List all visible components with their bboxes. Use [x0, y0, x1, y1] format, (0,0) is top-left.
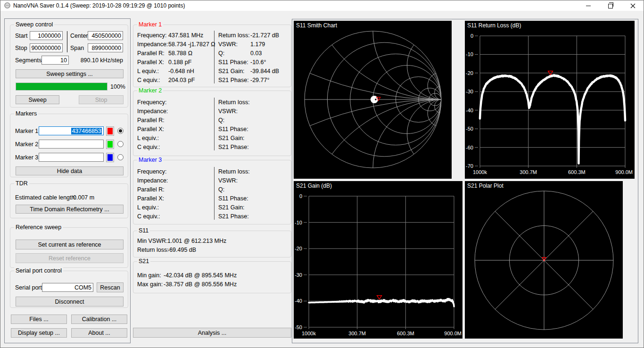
marker2-left-column: Frequency: Impedance: Parallel R: Parall… [137, 98, 213, 152]
field-value: -38.757 dB @ 805.556 MHz [164, 280, 237, 289]
svg-text:300.7M: 300.7M [348, 331, 366, 336]
field-row: Q: [218, 185, 289, 194]
svg-text:-20: -20 [295, 246, 302, 251]
field-row: S21 Phase: [218, 212, 289, 221]
field-row: Frequency: [137, 98, 213, 107]
field-row: Return loss: [218, 98, 289, 107]
column-divider [67, 31, 67, 52]
svg-text:-40: -40 [466, 108, 473, 113]
center-input[interactable]: 450500000 [88, 31, 123, 40]
field-value: 0.188 pF [168, 58, 191, 67]
s21-gain-chart[interactable]: 0-10-20-30-40-501000k300.7M600.3M900.0M … [294, 181, 462, 339]
marker1-left-column: Frequency:437.581 MHz Impedance:58.734 -… [137, 31, 213, 85]
field-row: Return loss: [218, 167, 289, 176]
field-row: S21 Gain: [218, 203, 289, 212]
s11-smith-chart[interactable]: S11 Smith Chart [294, 21, 452, 179]
marker3-frequency-input[interactable] [39, 153, 104, 162]
marker2-color-button[interactable] [106, 140, 114, 149]
group-title: Serial port control [14, 267, 63, 274]
field-row: Parallel R: [137, 116, 213, 125]
field-row: VSWR: [218, 176, 289, 185]
marker1-data-group: Marker 1 Frequency:437.581 MHz Impedance… [133, 25, 291, 87]
rescan-button[interactable]: Rescan [97, 282, 124, 292]
marker3-radio[interactable] [117, 154, 124, 160]
maximize-restore-button[interactable] [599, 0, 621, 11]
field-row: Impedance:58.734 -j1.7827 Ω [137, 40, 213, 49]
files-button[interactable]: Files ... [11, 315, 67, 324]
s11-summary-title: S11 [137, 227, 150, 234]
marker1-color-button[interactable] [106, 126, 114, 136]
svg-text:300.7M: 300.7M [520, 169, 537, 175]
marker1-color-swatch [107, 128, 113, 134]
gain-canvas: 0-10-20-30-40-501000k300.7M600.3M900.0M [294, 181, 462, 339]
hide-data-button[interactable]: Hide data [16, 166, 124, 175]
svg-text:900.0M: 900.0M [615, 169, 633, 175]
field-row: Parallel R:58.788 Ω [137, 49, 213, 58]
s21-summary-group: S21 Min gain:-42.034 dB @ 895.545 MHz Ma… [133, 261, 291, 293]
reset-reference-button[interactable]: Reset reference [16, 253, 124, 263]
field-value: -10.6° [250, 58, 266, 67]
svg-text:600.3M: 600.3M [568, 169, 586, 175]
field-row: Parallel X: [137, 125, 213, 134]
disconnect-button[interactable]: Disconnect [16, 297, 124, 307]
display-setup-button[interactable]: Display setup ... [11, 328, 67, 338]
field-row: Parallel X:0.188 pF [137, 58, 213, 67]
chart-title: S21 Gain (dB) [296, 182, 332, 189]
svg-text:-30: -30 [295, 272, 302, 278]
marker1-frequency-input[interactable]: 437466853 [39, 126, 104, 135]
svg-text:0: 0 [471, 33, 473, 39]
svg-text:-70: -70 [466, 163, 473, 169]
field-row: Q: [218, 116, 289, 125]
span-label: Span [70, 45, 84, 51]
field-row: Return loss:-21.727 dB [218, 31, 289, 40]
marker1-radio[interactable] [117, 128, 124, 134]
marker3-color-button[interactable] [106, 153, 114, 162]
stop-input[interactable]: 900000000 [30, 43, 63, 52]
marker2-data-title: Marker 2 [137, 87, 163, 94]
field-value: 204.03 pF [168, 76, 195, 85]
s11-return-loss-chart[interactable]: 0-10-20-30-40-50-60-701000k300.7M600.3M9… [465, 21, 635, 179]
about-button[interactable]: About ... [71, 328, 127, 338]
group-title: Markers [14, 110, 38, 117]
restore-icon [608, 4, 613, 8]
minimize-icon [586, 6, 591, 6]
field-row: C equiv.:204.03 pF [137, 76, 213, 85]
start-input[interactable]: 1000000 [30, 31, 63, 40]
analysis-button[interactable]: Analysis ... [133, 328, 291, 338]
minimize-button[interactable] [577, 0, 599, 11]
s11-summary-group: S11 Min VSWR:1.001 @ 612.213 MHz Return … [133, 231, 291, 257]
stop-button[interactable]: Stop [79, 95, 124, 104]
cable-length-label: Estimated cable length: [15, 194, 76, 201]
marker3-label: Marker 3 [15, 154, 38, 161]
field-value: -21.727 dB [250, 31, 279, 40]
field-row: VSWR:1.179 [218, 40, 289, 49]
chart-title: S11 Smith Chart [296, 22, 337, 29]
field-row: C equiv.: [137, 143, 213, 152]
field-row: Q:0.03 [218, 49, 289, 58]
sweep-settings-button[interactable]: Sweep settings ... [16, 69, 124, 78]
span-input[interactable]: 899000000 [88, 43, 123, 52]
serial-port-input[interactable]: COM5 [42, 283, 93, 292]
field-row: Min VSWR:1.001 @ 612.213 MHz [137, 237, 288, 246]
tdr-button[interactable]: Time Domain Reflectometry ... [16, 205, 124, 214]
svg-text:1000k: 1000k [302, 331, 316, 336]
chart-title: S21 Polar Plot [467, 182, 504, 189]
s21-polar-chart[interactable]: S21 Polar Plot [465, 181, 623, 339]
calibration-button[interactable]: Calibration ... [71, 315, 127, 324]
marker2-frequency-input[interactable] [39, 140, 104, 149]
smith-chart-canvas [294, 21, 452, 179]
field-row: S21 Phase:-29.77° [218, 76, 289, 85]
svg-text:0: 0 [299, 193, 302, 199]
segments-input[interactable]: 10 [41, 56, 69, 65]
field-value: 58.788 Ω [168, 49, 192, 58]
set-reference-button[interactable]: Set current as reference [16, 240, 124, 249]
stop-label: Stop [15, 45, 27, 51]
close-button[interactable] [621, 0, 644, 11]
field-value: -29.77° [250, 76, 269, 85]
marker2-radio[interactable] [117, 141, 124, 147]
start-label: Start [15, 33, 27, 39]
svg-text:-20: -20 [466, 70, 473, 76]
marker2-color-swatch [107, 141, 113, 148]
field-row: Frequency: [137, 167, 213, 176]
sweep-button[interactable]: Sweep [16, 95, 59, 104]
